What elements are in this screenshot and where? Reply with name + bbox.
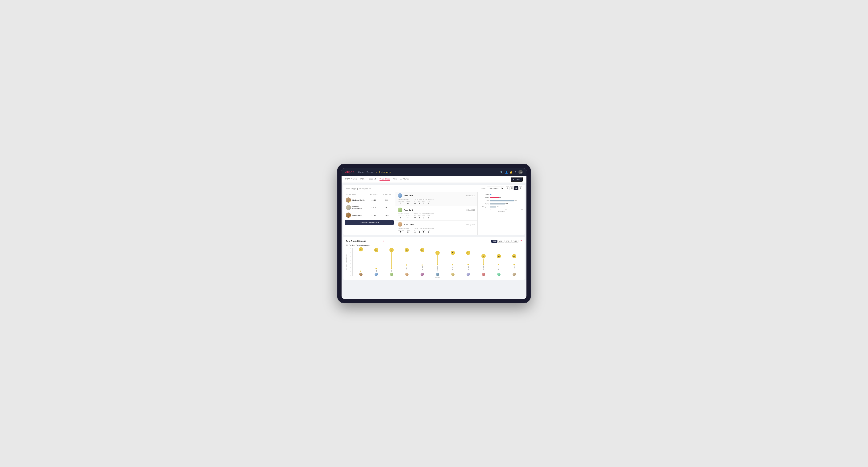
- chart-x-label: Total Shots: [479, 211, 523, 212]
- team-name: Team Clippd | 14 Players: [346, 188, 368, 190]
- two-col-layout: PLAYER NAME PB SCORE PB AVG SQ 1 Richard…: [343, 192, 525, 235]
- bell-icon[interactable]: 🔔: [510, 171, 513, 174]
- hbar-bogeys: Bogeys 311: [479, 203, 523, 205]
- main-content: Team Clippd | 14 Players ✏ Show Last 3 m…: [342, 183, 526, 299]
- user-avatar[interactable]: JD: [519, 170, 523, 174]
- streak-subtitle: Off The Tee, Fairway Accuracy: [346, 244, 522, 246]
- subnav-tour[interactable]: Tour: [394, 178, 397, 181]
- navbar: clippd Home Teams My Performance 🔍 👤 🔔 ⚙…: [342, 168, 526, 176]
- list-view-btn[interactable]: ☰: [510, 186, 514, 190]
- player-name-2: Edward Crossman: [352, 206, 367, 210]
- card3-header: Josh Coles 26 Aug 2023: [398, 222, 475, 227]
- avatar: 1: [346, 197, 351, 203]
- tablet-screen: clippd Home Teams My Performance 🔍 👤 🔔 ⚙…: [342, 168, 526, 299]
- annotation-arrow-right: [520, 240, 522, 242]
- y-axis-label: Best Streak, Fairway Accuracy: [346, 254, 347, 270]
- hbar-birdies: Birdies 96: [479, 197, 523, 198]
- player-info-1: 1 Richard Butler: [346, 197, 367, 203]
- y-axis-label-container: Best Streak, Fairway Accuracy: [346, 248, 349, 276]
- hbar-dbogeys: D. Bogeys + 131: [479, 206, 523, 208]
- avg-1: 110: [381, 199, 393, 201]
- card2-header: Rees Britt 02 Sep 2023: [398, 208, 475, 212]
- subnav-hcaps[interactable]: Hcaps 1-5: [368, 178, 376, 181]
- team-header: Team Clippd | 14 Players ✏ Show Last 3 m…: [343, 185, 525, 192]
- bar-group-10: 3xExtra: [507, 248, 521, 276]
- period-dropdown[interactable]: Last 3 months Last 6 months Last year: [487, 187, 504, 190]
- bar-group-2: 6xD. Billingham: [384, 248, 399, 276]
- streaks-header: Best Round Streaks OTT: [346, 239, 522, 243]
- card2-date: 02 Sep 2023: [466, 209, 475, 211]
- avg-2: 107: [381, 207, 393, 209]
- player-cards-area: Rees Britt 02 Sep 2023 Total Rounds Tour…: [395, 192, 477, 235]
- player-card-featured: Rees Britt 02 Sep 2023 Total Rounds Tour…: [395, 192, 477, 206]
- app-logo: clippd: [345, 170, 354, 174]
- player-info-3: 3 Cameron...: [346, 213, 367, 218]
- bar-group-0: 7xE. Ewert: [353, 248, 368, 276]
- arg-filter-btn[interactable]: ARG: [504, 240, 511, 243]
- card2-avatar: [398, 208, 402, 212]
- player-card-3: Josh Coles 26 Aug 2023 Total Rounds Tour…: [395, 220, 477, 235]
- settings-view-btn[interactable]: ⚙: [519, 186, 522, 190]
- nav-my-performance[interactable]: My Performance: [376, 170, 391, 174]
- right-panel: Rees Britt 02 Sep 2023 Total Rounds Tour…: [395, 192, 525, 235]
- subnav-links: PGAT Players PGA Hcaps 1-5 Team Clippd T…: [345, 178, 511, 181]
- avg-3: 103: [381, 214, 393, 216]
- streaks-title: Best Round Streaks: [346, 240, 366, 242]
- subnav-pga[interactable]: PGA: [361, 178, 365, 181]
- card-view-btn[interactable]: ▦: [514, 186, 518, 190]
- settings-icon[interactable]: ⚙: [515, 171, 517, 174]
- score-3: 17/20: [367, 214, 381, 216]
- activities-stat: Total Practice Activities OTT 0 APP: [414, 199, 434, 205]
- player-card-2: Rees Britt 02 Sep 2023 Total Rounds Tour…: [395, 206, 477, 220]
- search-icon[interactable]: 🔍: [500, 171, 503, 174]
- subnav-pgat[interactable]: PGAT Players: [345, 178, 357, 181]
- view-icon-group: ⊞ ☰ ▦ ⚙: [506, 186, 522, 190]
- horiz-bar-chart: Eagles 3 Birdies 96: [479, 194, 523, 233]
- streaks-section: Best Round Streaks OTT: [343, 237, 525, 280]
- subnav: PGAT Players PGA Hcaps 1-5 Team Clippd T…: [342, 176, 526, 183]
- bar-group-8: 3xR. Butler: [476, 248, 491, 276]
- leaderboard-header: PLAYER NAME PB SCORE PB AVG SQ: [345, 193, 394, 195]
- leaderboard-panel: PLAYER NAME PB SCORE PB AVG SQ 1 Richard…: [343, 192, 395, 235]
- avatar: 2: [346, 205, 351, 210]
- bar-group-5: 4xE. Crossman: [430, 248, 445, 276]
- card3-avatar: [398, 222, 402, 227]
- rounds-stat: Total Rounds Tournament 7 Practice: [398, 199, 410, 205]
- ott-filter-btn[interactable]: OTT: [491, 240, 497, 243]
- grid-view-btn[interactable]: ⊞: [506, 186, 509, 190]
- nav-teams[interactable]: Teams: [367, 170, 373, 174]
- score-1: 19/20: [367, 199, 381, 201]
- streak-filter-group: OTT APP ARG PUTT: [491, 240, 522, 243]
- featured-card-header: Rees Britt 02 Sep 2023: [398, 193, 475, 198]
- table-row: 1 Richard Butler 19/20 110: [345, 196, 394, 204]
- bar-group-1: 6xB. McHerg: [369, 248, 383, 276]
- rank-badge-1: 1: [349, 201, 351, 203]
- edit-icon[interactable]: ✏: [369, 188, 371, 190]
- add-team-button[interactable]: Add Team: [511, 177, 523, 182]
- bar-group-9: 3xC. Quick: [492, 248, 506, 276]
- app-filter-btn[interactable]: APP: [498, 240, 504, 243]
- view-full-leaderboard-button[interactable]: View Full Leaderboard: [345, 220, 394, 225]
- rank-badge-2: 2: [349, 208, 351, 210]
- people-icon[interactable]: 👤: [505, 171, 508, 174]
- avatar: 3: [346, 213, 351, 218]
- bar-group-6: 4xD. Ford: [445, 248, 460, 276]
- card2-stats: Total Rounds Tournament 8 Practice: [398, 213, 475, 219]
- nav-home[interactable]: Home: [358, 170, 364, 174]
- tablet-frame: clippd Home Teams My Performance 🔍 👤 🔔 ⚙…: [337, 164, 531, 303]
- col-pb-avg: PB AVG SQ: [381, 194, 393, 195]
- chart-x-axis: 0 200 400: [479, 209, 523, 210]
- team-title-area: Team Clippd | 14 Players ✏: [346, 186, 371, 190]
- subnav-team-clippd[interactable]: Team Clippd: [379, 178, 390, 181]
- table-row: 3 Cameron... 17/20 103: [345, 212, 394, 219]
- hbar-eagles: Eagles 3: [479, 194, 523, 195]
- putt-filter-btn[interactable]: PUTT: [512, 240, 519, 243]
- player-name-3: Cameron...: [352, 214, 362, 216]
- featured-name: Rees Britt: [404, 195, 464, 197]
- bar-chart-panel: Eagles 3 Birdies 96: [477, 192, 525, 235]
- card3-name: Josh Coles: [404, 223, 464, 225]
- bar-group-4: 5xR. Britt: [415, 248, 429, 276]
- card2-name: Rees Britt: [404, 209, 464, 211]
- nav-icons: 🔍 👤 🔔 ⚙ JD: [500, 170, 523, 174]
- subnav-all-players[interactable]: All Players: [400, 178, 409, 181]
